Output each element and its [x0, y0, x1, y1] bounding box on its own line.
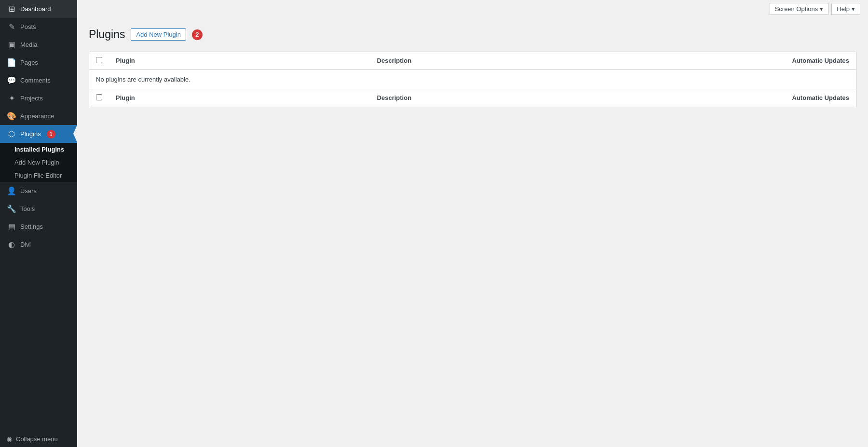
collapse-icon: ◉ [7, 435, 12, 443]
header-plugin: Plugin [109, 52, 370, 70]
sidebar-item-appearance[interactable]: 🎨 Appearance [0, 107, 77, 125]
comments-icon: 💬 [7, 76, 16, 85]
page-header: Plugins Add New Plugin 2 [89, 28, 856, 42]
pages-icon: 📄 [7, 58, 16, 67]
tools-icon: 🔧 [7, 204, 16, 213]
submenu-plugin-file-editor[interactable]: Plugin File Editor [0, 169, 77, 182]
select-all-footer-checkbox[interactable] [96, 94, 102, 100]
sidebar-item-comments[interactable]: 💬 Comments [0, 71, 77, 89]
sidebar-item-divi[interactable]: ◐ Divi [0, 236, 77, 253]
header-auto-updates: Automatic Updates [743, 52, 856, 70]
footer-auto-updates: Automatic Updates [743, 89, 856, 107]
plugins-badge: 1 [47, 130, 55, 139]
no-plugins-row: No plugins are currently available. [89, 70, 856, 89]
posts-icon: ✎ [7, 22, 16, 31]
sidebar-item-plugins[interactable]: ⬡ Plugins 1 [0, 125, 77, 143]
footer-plugin: Plugin [109, 89, 370, 107]
plugins-active-arrow [73, 125, 77, 142]
sidebar-item-settings[interactable]: ▤ Settings [0, 218, 77, 236]
plugins-table: Plugin Description Automatic Updates No … [89, 52, 856, 107]
header-description: Description [370, 52, 744, 70]
settings-icon: ▤ [7, 222, 16, 231]
chevron-down-icon: ▾ [820, 5, 823, 13]
chevron-down-icon-help: ▾ [852, 5, 855, 13]
sidebar-item-users[interactable]: 👤 Users [0, 182, 77, 200]
footer-description: Description [370, 89, 744, 107]
topbar: Screen Options ▾ Help ▾ [77, 0, 868, 18]
appearance-icon: 🎨 [7, 112, 16, 121]
plugins-icon: ⬡ [7, 129, 16, 139]
sidebar-item-posts[interactable]: ✎ Posts [0, 18, 77, 36]
submenu-add-new-plugin[interactable]: Add New Plugin [0, 156, 77, 169]
users-icon: 👤 [7, 186, 16, 196]
dashboard-icon: ⊞ [7, 4, 16, 14]
page-title: Plugins [89, 28, 125, 42]
update-count-badge: 2 [192, 29, 203, 40]
submenu-installed-plugins[interactable]: Installed Plugins [0, 143, 77, 156]
sidebar-item-projects[interactable]: ✦ Projects [0, 89, 77, 107]
page-content: Plugins Add New Plugin 2 Plugin Descript… [77, 18, 868, 447]
table-footer-row: Plugin Description Automatic Updates [89, 89, 856, 107]
projects-icon: ✦ [7, 94, 16, 103]
table-header-row: Plugin Description Automatic Updates [89, 52, 856, 70]
screen-options-button[interactable]: Screen Options ▾ [770, 3, 829, 15]
divi-icon: ◐ [7, 240, 16, 249]
sidebar-item-tools[interactable]: 🔧 Tools [0, 200, 77, 218]
header-checkbox-col [89, 52, 109, 70]
main-content: Screen Options ▾ Help ▾ Plugins Add New … [77, 0, 868, 447]
sidebar-item-media[interactable]: ▣ Media [0, 36, 77, 54]
plugins-submenu: Installed Plugins Add New Plugin Plugin … [0, 143, 77, 182]
select-all-checkbox[interactable] [96, 57, 102, 63]
sidebar-item-dashboard[interactable]: ⊞ Dashboard [0, 0, 77, 18]
footer-checkbox-col [89, 89, 109, 107]
collapse-menu[interactable]: ◉ Collapse menu [0, 431, 77, 447]
help-button[interactable]: Help ▾ [831, 3, 860, 15]
add-new-plugin-button[interactable]: Add New Plugin [131, 28, 186, 41]
sidebar: ⊞ Dashboard ✎ Posts ▣ Media 📄 Pages 💬 Co… [0, 0, 77, 447]
no-plugins-message: No plugins are currently available. [89, 70, 856, 89]
sidebar-item-pages[interactable]: 📄 Pages [0, 54, 77, 71]
media-icon: ▣ [7, 40, 16, 49]
